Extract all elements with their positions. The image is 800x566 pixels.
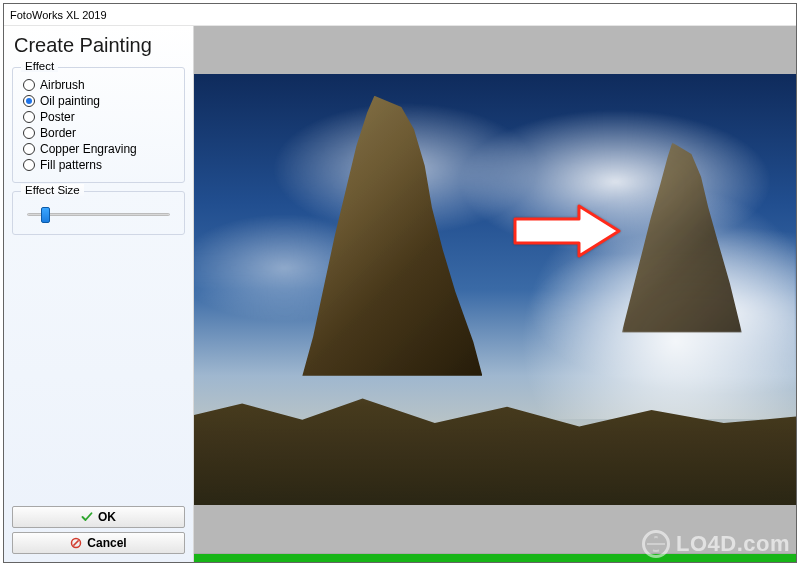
titlebar[interactable]: FotoWorks XL 2019: [4, 4, 796, 26]
radio-copper-engraving[interactable]: Copper Engraving: [23, 142, 174, 156]
arrow-icon: [513, 203, 623, 259]
radio-fill-patterns[interactable]: Fill patterns: [23, 158, 174, 172]
check-icon: [81, 511, 93, 523]
radio-label: Airbrush: [40, 78, 85, 92]
radio-icon: [23, 127, 35, 139]
effect-size-group: Effect Size: [12, 191, 185, 235]
preview-image: [194, 26, 796, 553]
window-title: FotoWorks XL 2019: [10, 9, 107, 21]
svg-line-1: [74, 540, 79, 545]
content: Create Painting Effect Airbrush Oil pain…: [4, 26, 796, 562]
radio-oil-painting[interactable]: Oil painting: [23, 94, 174, 108]
effect-legend: Effect: [21, 60, 58, 72]
radio-label: Fill patterns: [40, 158, 102, 172]
ok-label: OK: [98, 510, 116, 524]
radio-icon: [23, 111, 35, 123]
page-title: Create Painting: [14, 34, 185, 57]
radio-poster[interactable]: Poster: [23, 110, 174, 124]
radio-label: Border: [40, 126, 76, 140]
progress-fill: [194, 554, 796, 562]
radio-icon: [23, 159, 35, 171]
radio-label: Copper Engraving: [40, 142, 137, 156]
progress-bar: [194, 553, 796, 562]
radio-airbrush[interactable]: Airbrush: [23, 78, 174, 92]
cancel-button[interactable]: Cancel: [12, 532, 185, 554]
dialog-buttons: OK Cancel: [12, 506, 185, 554]
app-window: FotoWorks XL 2019 Create Painting Effect…: [3, 3, 797, 563]
radio-icon: [23, 79, 35, 91]
ok-button[interactable]: OK: [12, 506, 185, 528]
preview-panel: [194, 26, 796, 562]
radio-label: Oil painting: [40, 94, 100, 108]
effect-group: Effect Airbrush Oil painting Poster Bord…: [12, 67, 185, 183]
radio-icon: [23, 95, 35, 107]
cancel-icon: [70, 537, 82, 549]
slider-thumb[interactable]: [41, 207, 50, 223]
radio-icon: [23, 143, 35, 155]
effect-size-legend: Effect Size: [21, 184, 84, 196]
radio-label: Poster: [40, 110, 75, 124]
radio-border[interactable]: Border: [23, 126, 174, 140]
effect-size-slider[interactable]: [27, 206, 170, 224]
cancel-label: Cancel: [87, 536, 126, 550]
sidebar: Create Painting Effect Airbrush Oil pain…: [4, 26, 194, 562]
painting-canvas: [194, 74, 796, 505]
